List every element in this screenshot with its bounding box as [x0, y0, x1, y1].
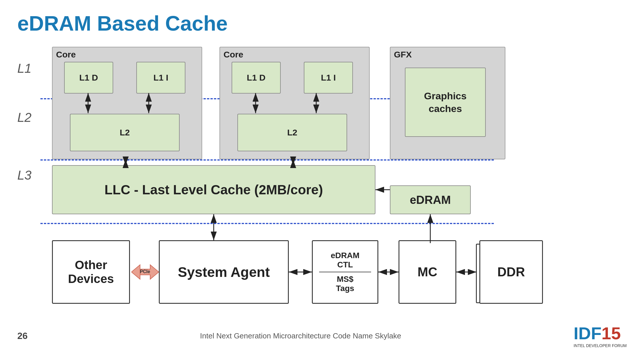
level-l2-label: L2: [17, 110, 31, 125]
diagram-area: L1 L2 L3 Core L1 D L1 I L2 Core L1 D L1 …: [17, 44, 627, 333]
core2-l1d-box: L1 D: [232, 62, 281, 94]
edram-ctl-line3: MS$: [337, 275, 353, 284]
edram-ctl-line4: Tags: [336, 284, 354, 293]
level-l3-label: L3: [17, 168, 31, 182]
edram-ctl-line2: CTL: [337, 260, 353, 269]
other-devices-label: OtherDevices: [68, 258, 114, 286]
footer: 26 Intel Next Generation Microarchitectu…: [17, 323, 627, 348]
core1-l2-box: L2: [70, 114, 180, 151]
dotted-line-l3-below: [40, 223, 494, 224]
idf-logo: IDF 15 INTEL DEVELOPER FORUM: [574, 323, 627, 348]
dotted-line-l2-l3: [40, 159, 494, 161]
ddr-box: DDR: [479, 240, 543, 304]
edram-ctl-box: eDRAM CTL MS$ Tags: [312, 240, 378, 304]
core2-label: Core: [220, 47, 369, 62]
core1-l1i-box: L1 I: [136, 62, 185, 94]
svg-text:PCIe: PCIe: [140, 269, 150, 274]
llc-label: LLC - Last Level Cache (2MB/core): [105, 182, 323, 198]
idf-year: 15: [602, 323, 621, 343]
core2-box: Core L1 D L1 I L2: [219, 47, 370, 159]
other-devices-box: OtherDevices: [52, 240, 130, 304]
llc-box: LLC - Last Level Cache (2MB/core): [52, 165, 375, 214]
mc-label: MC: [418, 265, 437, 279]
gfx-label: GFX: [390, 47, 505, 62]
system-agent-label: System Agent: [178, 264, 270, 280]
pcie-arrow: PCIe: [131, 259, 159, 285]
gfx-box: GFX Graphicscaches: [390, 47, 505, 159]
edram-label: eDRAM: [410, 193, 451, 206]
edram-box: eDRAM: [390, 185, 471, 214]
footer-page: 26: [17, 331, 28, 341]
core2-l2-box: L2: [237, 114, 347, 151]
footer-text: Intel Next Generation Microarchitecture …: [200, 331, 401, 340]
mc-box: MC: [399, 240, 456, 304]
intel-dev-forum-text: INTEL DEVELOPER FORUM: [574, 343, 627, 348]
system-agent-box: System Agent: [159, 240, 289, 304]
idf-text: IDF: [574, 323, 602, 343]
core1-label: Core: [53, 47, 202, 62]
slide-title: eDRAM Based Cache: [17, 12, 627, 35]
graphics-caches-box: Graphicscaches: [405, 68, 486, 137]
core1-l1d-box: L1 D: [64, 62, 113, 94]
ddr-label: DDR: [497, 265, 525, 279]
core2-l1i-box: L1 I: [304, 62, 353, 94]
level-l1-label: L1: [17, 61, 31, 76]
core1-box: Core L1 D L1 I L2: [52, 47, 202, 159]
edram-ctl-line1: eDRAM: [331, 251, 360, 260]
